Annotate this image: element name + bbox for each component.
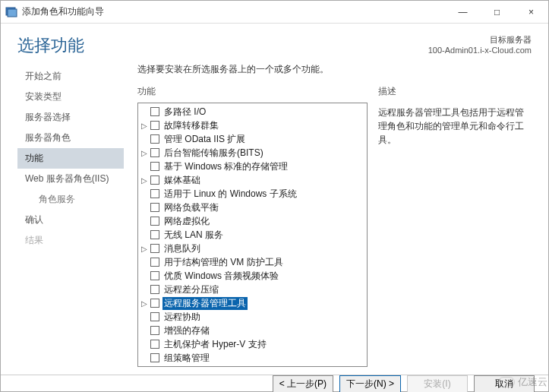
- feature-item[interactable]: ▷消息队列: [138, 242, 367, 255]
- expand-spacer: ▷: [140, 340, 149, 349]
- wizard-step[interactable]: 服务器角色: [17, 128, 124, 148]
- feature-item[interactable]: ▷后台智能传输服务(BITS): [138, 146, 367, 160]
- description-text: 远程服务器管理工具包括用于远程管理角色和功能的管理单元和命令行工具。: [378, 103, 532, 147]
- feature-label: 多路径 I/O: [162, 106, 207, 119]
- feature-checkbox[interactable]: [150, 121, 159, 130]
- feature-item[interactable]: ▷网络虚拟化: [138, 214, 367, 228]
- feature-checkbox[interactable]: [150, 230, 159, 239]
- feature-item[interactable]: ▷无线 LAN 服务: [138, 228, 367, 242]
- expand-spacer: ▷: [140, 217, 149, 226]
- wizard-step[interactable]: 开始之前: [17, 66, 124, 87]
- expand-spacer: ▷: [140, 272, 149, 280]
- install-button: 安装(I): [407, 375, 468, 392]
- feature-label: 远程协助: [162, 311, 202, 324]
- wizard-step[interactable]: 功能: [17, 148, 124, 169]
- expand-spacer: ▷: [140, 354, 149, 362]
- feature-checkbox[interactable]: [150, 134, 159, 144]
- feature-checkbox[interactable]: [150, 271, 159, 280]
- previous-button[interactable]: < 上一步(P): [273, 375, 333, 392]
- feature-checkbox[interactable]: [150, 189, 159, 198]
- feature-checkbox[interactable]: [150, 340, 159, 349]
- feature-checkbox[interactable]: [150, 175, 159, 185]
- feature-label: 消息队列: [162, 242, 202, 255]
- expand-spacer: ▷: [140, 327, 149, 335]
- feature-checkbox[interactable]: [150, 107, 159, 116]
- feature-item[interactable]: ▷远程协助: [138, 310, 367, 324]
- features-column-header: 功能: [137, 85, 368, 98]
- close-button[interactable]: ×: [514, 1, 548, 24]
- expand-spacer: ▷: [140, 231, 149, 239]
- page-title: 选择功能: [17, 34, 84, 57]
- feature-label: 优质 Windows 音频视频体验: [162, 270, 280, 283]
- wizard-window: 添加角色和功能向导 — □ × 选择功能 目标服务器 100-Admin01.i…: [0, 0, 549, 392]
- expand-spacer: ▷: [140, 163, 149, 171]
- titlebar: 添加角色和功能向导 — □ ×: [1, 1, 548, 24]
- feature-checkbox[interactable]: [150, 285, 159, 294]
- wizard-footer: < 上一步(P) 下一步(N) > 安装(I) 取消: [1, 375, 548, 392]
- features-listbox[interactable]: ▷多路径 I/O▷故障转移群集▷管理 OData IIS 扩展▷后台智能传输服务…: [137, 103, 368, 367]
- wizard-icon: [5, 6, 17, 18]
- feature-label: 主机保护者 Hyper-V 支持: [162, 338, 268, 351]
- feature-item[interactable]: ▷远程服务器管理工具: [138, 296, 367, 310]
- maximize-button[interactable]: □: [480, 1, 514, 24]
- feature-label: 无线 LAN 服务: [162, 229, 225, 242]
- expand-spacer: ▷: [140, 286, 149, 294]
- feature-label: 增强的存储: [162, 324, 211, 337]
- expand-icon[interactable]: ▷: [140, 245, 149, 253]
- feature-checkbox[interactable]: [150, 217, 159, 226]
- window-title: 添加角色和功能向导: [22, 5, 104, 18]
- svg-rect-1: [8, 9, 17, 17]
- feature-checkbox[interactable]: [150, 299, 159, 308]
- feature-label: 网络虚拟化: [162, 215, 211, 228]
- instruction-text: 选择要安装在所选服务器上的一个或多个功能。: [137, 63, 532, 76]
- feature-item[interactable]: ▷用于结构管理的 VM 防护工具: [138, 255, 367, 269]
- feature-checkbox[interactable]: [150, 203, 159, 212]
- minimize-button[interactable]: —: [446, 1, 480, 24]
- expand-icon[interactable]: ▷: [140, 149, 149, 157]
- feature-checkbox[interactable]: [150, 258, 159, 267]
- feature-item[interactable]: ▷适用于 Linux 的 Windows 子系统: [138, 187, 367, 201]
- feature-label: 网络负载平衡: [162, 201, 220, 214]
- feature-label: 后台智能传输服务(BITS): [162, 147, 265, 160]
- feature-item[interactable]: ▷管理 OData IIS 扩展: [138, 132, 367, 146]
- wizard-step: 结果: [17, 230, 124, 251]
- wizard-step[interactable]: 服务器选择: [17, 107, 124, 128]
- feature-item[interactable]: ▷远程差分压缩: [138, 283, 367, 296]
- expand-spacer: ▷: [140, 135, 149, 144]
- feature-item[interactable]: ▷基于 Windows 标准的存储管理: [138, 160, 367, 173]
- feature-checkbox[interactable]: [150, 353, 159, 362]
- wizard-header: 选择功能 目标服务器 100-Admin01.i-x-Cloud.com: [1, 24, 548, 63]
- feature-label: 远程服务器管理工具: [162, 297, 248, 310]
- feature-item[interactable]: ▷故障转移群集: [138, 119, 367, 132]
- feature-item[interactable]: ▷优质 Windows 音频视频体验: [138, 269, 367, 283]
- expand-icon[interactable]: ▷: [140, 122, 149, 130]
- feature-item[interactable]: ▷增强的存储: [138, 324, 367, 337]
- feature-item[interactable]: ▷网络负载平衡: [138, 201, 367, 214]
- expand-icon[interactable]: ▷: [140, 176, 149, 185]
- next-button[interactable]: 下一步(N) >: [339, 375, 401, 392]
- feature-checkbox[interactable]: [150, 312, 159, 321]
- feature-checkbox[interactable]: [150, 162, 159, 171]
- feature-item[interactable]: ▷媒体基础: [138, 173, 367, 187]
- feature-label: 基于 Windows 标准的存储管理: [162, 160, 289, 173]
- expand-spacer: ▷: [140, 108, 149, 116]
- feature-label: 组策略管理: [162, 352, 211, 365]
- feature-checkbox[interactable]: [150, 326, 159, 335]
- wizard-step[interactable]: 安装类型: [17, 87, 124, 107]
- wizard-step[interactable]: 确认: [17, 210, 124, 230]
- feature-label: 管理 OData IIS 扩展: [162, 133, 247, 146]
- feature-item[interactable]: ▷多路径 I/O: [138, 105, 367, 119]
- feature-label: 媒体基础: [162, 174, 202, 187]
- feature-label: 用于结构管理的 VM 防护工具: [162, 256, 285, 269]
- cancel-button[interactable]: 取消: [474, 375, 535, 392]
- wizard-step[interactable]: Web 服务器角色(IIS): [17, 169, 124, 189]
- expand-icon[interactable]: ▷: [140, 299, 149, 308]
- wizard-steps: 开始之前安装类型服务器选择服务器角色功能Web 服务器角色(IIS)角色服务确认…: [17, 63, 124, 367]
- feature-item[interactable]: ▷主机保护者 Hyper-V 支持: [138, 337, 367, 351]
- feature-checkbox[interactable]: [150, 244, 159, 253]
- feature-item[interactable]: ▷组策略管理: [138, 351, 367, 365]
- expand-spacer: ▷: [140, 258, 149, 267]
- wizard-step[interactable]: 角色服务: [17, 189, 124, 210]
- feature-checkbox[interactable]: [150, 148, 159, 157]
- expand-spacer: ▷: [140, 204, 149, 212]
